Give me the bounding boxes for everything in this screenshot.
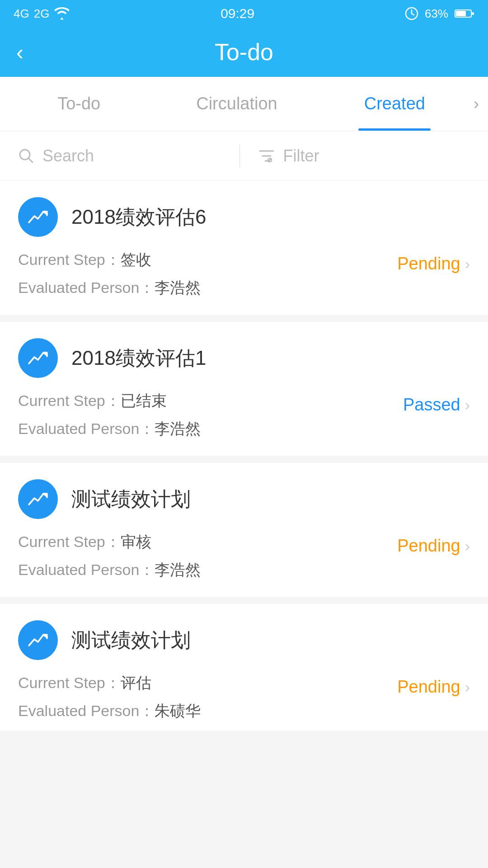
- current-step-row: Current Step：已结束: [18, 391, 201, 411]
- item-status: Pending ›: [397, 673, 470, 697]
- item-icon: [18, 338, 58, 378]
- clock-icon: [405, 7, 418, 20]
- item-list: 2018绩效评估6 Current Step：签收 Evaluated Pers…: [0, 181, 488, 731]
- item-meta: Current Step：签收 Evaluated Person：李浩然: [18, 250, 201, 298]
- wifi-icon: [54, 7, 70, 20]
- list-item[interactable]: 测试绩效计划 Current Step：审核 Evaluated Person：…: [0, 463, 488, 597]
- item-header: 测试绩效计划: [18, 479, 470, 519]
- item-details: Current Step：评估 Evaluated Person：朱碛华 Pen…: [18, 673, 470, 722]
- item-details: Current Step：审核 Evaluated Person：李浩然 Pen…: [18, 532, 470, 580]
- chevron-right-icon: ›: [465, 396, 470, 414]
- svg-rect-2: [456, 11, 466, 16]
- list-item[interactable]: 2018绩效评估1 Current Step：已结束 Evaluated Per…: [0, 322, 488, 456]
- tab-chevron: ›: [474, 94, 488, 113]
- search-icon: [18, 148, 34, 164]
- item-header: 2018绩效评估6: [18, 197, 470, 237]
- current-step-row: Current Step：审核: [18, 532, 201, 552]
- svg-point-4: [20, 150, 30, 160]
- item-icon: [18, 620, 58, 660]
- item-header: 测试绩效计划: [18, 620, 470, 660]
- current-step-row: Current Step：签收: [18, 250, 201, 270]
- battery-icon: [455, 8, 474, 19]
- item-details: Current Step：签收 Evaluated Person：李浩然 Pen…: [18, 250, 470, 298]
- item-icon: [18, 479, 58, 519]
- search-section[interactable]: Search: [18, 146, 230, 165]
- item-details: Current Step：已结束 Evaluated Person：李浩然 Pa…: [18, 391, 470, 439]
- search-bar: Search Filter: [0, 131, 488, 181]
- item-meta: Current Step：审核 Evaluated Person：李浩然: [18, 532, 201, 580]
- evaluated-person-row: Evaluated Person：李浩然: [18, 278, 201, 298]
- signal-4g: 4G: [14, 7, 29, 21]
- current-step-row: Current Step：评估: [18, 673, 201, 693]
- chevron-right-icon: ›: [465, 678, 470, 696]
- svg-rect-3: [472, 12, 474, 15]
- item-title: 测试绩效计划: [71, 627, 191, 654]
- chevron-right-icon: ›: [465, 255, 470, 273]
- item-meta: Current Step：评估 Evaluated Person：朱碛华: [18, 673, 201, 722]
- tab-created[interactable]: Created: [316, 77, 474, 131]
- item-header: 2018绩效评估1: [18, 338, 470, 378]
- item-title: 2018绩效评估1: [71, 345, 206, 372]
- tab-bar: To-do Circulation Created ›: [0, 77, 488, 131]
- item-icon: [18, 197, 58, 237]
- item-status: Pending ›: [397, 532, 470, 556]
- filter-label: Filter: [283, 146, 319, 165]
- status-right: 63%: [405, 7, 474, 21]
- list-item[interactable]: 测试绩效计划 Current Step：评估 Evaluated Person：…: [0, 604, 488, 731]
- chevron-right-icon: ›: [465, 537, 470, 555]
- battery-percent: 63%: [425, 7, 448, 21]
- filter-section[interactable]: Filter: [249, 146, 470, 165]
- status-time: 09:29: [221, 6, 254, 21]
- search-placeholder: Search: [42, 146, 94, 165]
- item-status: Passed ›: [403, 391, 470, 415]
- signal-2g: 2G: [34, 7, 50, 21]
- tab-circulation[interactable]: Circulation: [158, 77, 315, 131]
- page-title: To-do: [215, 38, 273, 66]
- item-status: Pending ›: [397, 250, 470, 274]
- evaluated-person-row: Evaluated Person：李浩然: [18, 560, 201, 580]
- evaluated-person-row: Evaluated Person：朱碛华: [18, 701, 201, 722]
- item-title: 测试绩效计划: [71, 486, 191, 513]
- status-left: 4G 2G: [14, 7, 70, 21]
- header: ‹ To-do: [0, 27, 488, 77]
- item-meta: Current Step：已结束 Evaluated Person：李浩然: [18, 391, 201, 439]
- search-divider: [239, 145, 240, 167]
- evaluated-person-row: Evaluated Person：李浩然: [18, 419, 201, 439]
- back-button[interactable]: ‹: [16, 40, 23, 65]
- item-title: 2018绩效评估6: [71, 204, 206, 231]
- filter-icon: [258, 147, 275, 165]
- list-item[interactable]: 2018绩效评估6 Current Step：签收 Evaluated Pers…: [0, 181, 488, 315]
- status-bar: 4G 2G 09:29 63%: [0, 0, 488, 27]
- tab-todo[interactable]: To-do: [0, 77, 158, 131]
